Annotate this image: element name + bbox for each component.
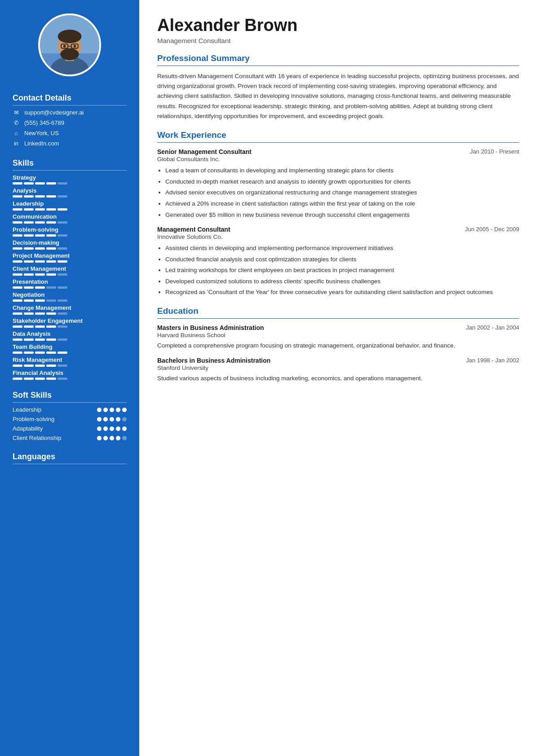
phone-icon: ✆ (13, 119, 20, 126)
job-header: Senior Management ConsultantJan 2010 - P… (157, 148, 519, 155)
skill-item: Risk Management (13, 356, 127, 367)
email-icon: ✉ (13, 109, 20, 116)
skill-name: Change Management (13, 304, 127, 311)
skill-bar (13, 365, 127, 367)
dot (103, 408, 108, 412)
skill-segment (57, 286, 67, 289)
edu-header: Masters in Business AdministrationJan 20… (157, 324, 519, 331)
skill-segment (24, 208, 34, 211)
skill-segment (35, 273, 45, 276)
job-bullet: Generated over $5 million in new busines… (165, 210, 519, 220)
skill-segment (46, 182, 56, 185)
skill-segment (24, 234, 34, 237)
edu-school: Harvard Business School (157, 332, 519, 338)
skill-segment (57, 352, 67, 354)
svg-point-11 (63, 45, 66, 48)
job-date: Jun 2005 - Dec 2009 (465, 226, 519, 233)
languages-section: Languages (0, 444, 139, 468)
skill-segment (13, 299, 22, 302)
education-entry: Bachelors in Business AdministrationJan … (157, 357, 519, 383)
skill-name: Analysis (13, 187, 127, 194)
skill-segment (57, 195, 67, 198)
skill-segment (35, 182, 45, 185)
dot (97, 436, 102, 440)
skill-segment (46, 325, 56, 328)
skill-segment (13, 247, 22, 250)
skills-title: Skills (13, 158, 127, 171)
skill-segment (13, 312, 22, 315)
soft-skill-name: Problem-solving (13, 416, 54, 422)
skill-segment (46, 221, 56, 224)
sidebar: Contact Details ✉ support@cvdesigner.ai … (0, 0, 139, 756)
skill-segment (35, 234, 45, 237)
skill-segment (46, 208, 56, 211)
skill-segment (24, 286, 34, 289)
job-bullet: Conducted in-depth market research and a… (165, 177, 519, 187)
skill-segment (35, 286, 45, 289)
summary-text: Results-driven Management Consultant wit… (157, 71, 519, 121)
skill-segment (46, 247, 56, 250)
edu-degree: Bachelors in Business Administration (157, 357, 270, 364)
skill-segment (46, 260, 56, 263)
skill-item: Client Management (13, 265, 127, 276)
skill-segment (24, 299, 34, 302)
candidate-name: Alexander Brown (157, 16, 519, 35)
skill-item: Negotiation (13, 291, 127, 302)
skill-bar (13, 221, 127, 224)
languages-title: Languages (13, 452, 127, 464)
skill-name: Stakeholder Engagement (13, 317, 127, 324)
soft-skill-item: Leadership (13, 406, 127, 413)
edu-desc: Studied various aspects of business incl… (157, 374, 519, 383)
dot (110, 426, 114, 431)
skill-segment (57, 312, 67, 315)
soft-skills-title: Soft Skills (13, 391, 127, 403)
skill-item: Analysis (13, 187, 127, 198)
contact-email: ✉ support@cvdesigner.ai (13, 109, 127, 116)
skill-segment (35, 312, 45, 315)
soft-skill-name: Adaptability (13, 425, 43, 432)
skill-name: Financial Analysis (13, 369, 127, 376)
skill-segment (13, 195, 22, 198)
skill-segment (57, 234, 67, 237)
skill-segment (35, 365, 45, 367)
soft-skills-section: Soft Skills LeadershipProblem-solvingAda… (0, 382, 139, 444)
skill-bar (13, 338, 127, 341)
job-date: Jan 2010 - Present (470, 148, 519, 155)
skill-segment (13, 234, 22, 237)
dot (110, 436, 114, 440)
linkedin-icon: in (13, 140, 20, 147)
skill-segment (35, 208, 45, 211)
skill-segment (13, 325, 22, 328)
dot (103, 436, 108, 440)
soft-skill-dots (97, 426, 127, 431)
soft-skill-item: Problem-solving (13, 416, 127, 422)
skill-segment (13, 208, 22, 211)
skill-name: Data Analysis (13, 330, 127, 337)
soft-skill-item: Adaptability (13, 425, 127, 432)
job-bullet: Recognized as 'Consultant of the Year' f… (165, 287, 519, 297)
job-bullet: Developed customized solutions to addres… (165, 277, 519, 286)
skill-segment (57, 247, 67, 250)
svg-point-12 (73, 45, 76, 48)
job-company: Global Consultants Inc. (157, 156, 519, 163)
skill-segment (13, 221, 22, 224)
job-title: Management Consultant (157, 226, 230, 233)
skill-name: Negotiation (13, 291, 127, 298)
dot (116, 408, 120, 412)
edu-desc: Completed a comprehensive program focusi… (157, 341, 519, 351)
skill-item: Stakeholder Engagement (13, 317, 127, 328)
skill-item: Change Management (13, 304, 127, 315)
dot (110, 408, 114, 412)
skill-bar (13, 312, 127, 315)
skill-name: Presentation (13, 278, 127, 285)
job-bullet: Achieved a 20% increase in client satisf… (165, 199, 519, 209)
skill-segment (35, 325, 45, 328)
dot (116, 417, 120, 422)
skill-item: Decision-making (13, 239, 127, 250)
skill-name: Client Management (13, 265, 127, 272)
skill-name: Decision-making (13, 239, 127, 246)
skills-list: StrategyAnalysisLeadershipCommunicationP… (13, 174, 127, 380)
skill-segment (13, 352, 22, 354)
dot (116, 436, 120, 440)
skill-bar (13, 208, 127, 211)
